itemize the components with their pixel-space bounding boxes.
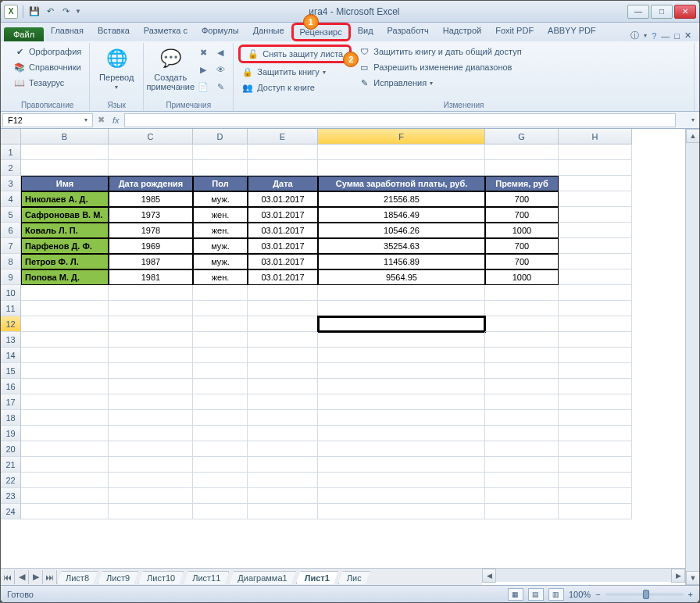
row-header-12[interactable]: 12 [1, 316, 21, 332]
cell-D23[interactable] [193, 488, 248, 504]
cell-H22[interactable] [559, 473, 632, 488]
formula-input[interactable] [124, 113, 676, 127]
fx-icon[interactable]: fx [108, 116, 124, 125]
scroll-up-icon[interactable]: ▲ [686, 129, 699, 143]
cell-F10[interactable] [318, 285, 485, 301]
cell-E3[interactable]: Дата [248, 176, 318, 191]
research-button[interactable]: 📚Справочники [10, 60, 84, 74]
cell-B24[interactable] [21, 504, 109, 519]
row-header-9[interactable]: 9 [1, 269, 21, 285]
ribbon-tab-5[interactable]: Рецензирс1 [291, 23, 351, 41]
row-header-13[interactable]: 13 [1, 332, 21, 348]
cell-G2[interactable] [485, 160, 559, 176]
cell-B12[interactable] [21, 316, 109, 332]
row-header-18[interactable]: 18 [1, 410, 21, 426]
select-all-corner[interactable] [1, 129, 21, 145]
cell-C16[interactable] [109, 379, 193, 394]
row-header-16[interactable]: 16 [1, 379, 21, 394]
excel-logo-icon[interactable]: X [4, 5, 18, 19]
unprotect-sheet-button[interactable]: 🔓Снять защиту листа 2 [238, 45, 352, 63]
col-header-C[interactable]: C [109, 129, 193, 145]
cell-B16[interactable] [21, 379, 109, 394]
cell-F16[interactable] [318, 379, 485, 394]
cell-G16[interactable] [485, 379, 559, 394]
cell-C8[interactable]: 1987 [109, 254, 193, 269]
doc-restore-button[interactable]: □ [674, 31, 680, 41]
cell-C14[interactable] [109, 348, 193, 363]
cell-C19[interactable] [109, 426, 193, 441]
cell-H16[interactable] [559, 379, 632, 394]
track-changes-button[interactable]: ✎Исправления▾ [355, 76, 524, 90]
cell-G5[interactable]: 700 [485, 207, 559, 223]
translate-button[interactable]: 🌐 Перевод▾ [95, 45, 138, 92]
row-header-17[interactable]: 17 [1, 394, 21, 410]
sheet-tab-2[interactable]: Лист10 [138, 571, 184, 584]
row-header-24[interactable]: 24 [1, 504, 21, 519]
ribbon-tab-0[interactable]: Главная [44, 23, 91, 41]
ribbon-tab-8[interactable]: Надстрой [436, 23, 488, 41]
cell-H1[interactable] [559, 145, 632, 160]
cell-E12[interactable] [248, 316, 318, 332]
cell-F6[interactable]: 10546.26 [318, 223, 485, 238]
scroll-right-icon[interactable]: ▶ [671, 569, 685, 583]
cell-D2[interactable] [193, 160, 248, 176]
cell-B4[interactable]: Николаев А. Д. [21, 191, 109, 207]
cell-H4[interactable] [559, 191, 632, 207]
cell-C1[interactable] [109, 145, 193, 160]
cell-F21[interactable] [318, 457, 485, 473]
ribbon-tab-10[interactable]: ABBYY PDF [541, 23, 603, 41]
cell-H12[interactable] [559, 316, 632, 332]
cell-G14[interactable] [485, 348, 559, 363]
cell-F9[interactable]: 9564.95 [318, 269, 485, 285]
vertical-scrollbar[interactable]: ▲ ▼ [685, 129, 699, 585]
cell-H7[interactable] [559, 238, 632, 254]
col-header-D[interactable]: D [193, 129, 248, 145]
cell-D16[interactable] [193, 379, 248, 394]
cell-B6[interactable]: Коваль Л. П. [21, 223, 109, 238]
save-icon[interactable]: 💾 [28, 5, 41, 18]
cell-F3[interactable]: Сумма заработной платы, руб. [318, 176, 485, 191]
row-header-22[interactable]: 22 [1, 473, 21, 488]
cell-C17[interactable] [109, 394, 193, 410]
cell-G15[interactable] [485, 363, 559, 379]
cell-B15[interactable] [21, 363, 109, 379]
cell-F7[interactable]: 35254.63 [318, 238, 485, 254]
cell-F1[interactable] [318, 145, 485, 160]
cell-H15[interactable] [559, 363, 632, 379]
cell-E22[interactable] [248, 473, 318, 488]
cell-G7[interactable]: 700 [485, 238, 559, 254]
file-tab[interactable]: Файл [4, 27, 44, 41]
cell-D22[interactable] [193, 473, 248, 488]
cell-G20[interactable] [485, 441, 559, 457]
cell-B7[interactable]: Парфенов Д. Ф. [21, 238, 109, 254]
cell-H18[interactable] [559, 410, 632, 426]
cell-H14[interactable] [559, 348, 632, 363]
cell-B19[interactable] [21, 426, 109, 441]
col-header-F[interactable]: F [318, 129, 485, 145]
cell-B2[interactable] [21, 160, 109, 176]
spelling-button[interactable]: ✔Орфография [10, 45, 84, 59]
cell-D7[interactable]: муж. [193, 238, 248, 254]
cell-D9[interactable]: жен. [193, 269, 248, 285]
row-header-3[interactable]: 3 [1, 176, 21, 191]
normal-view-icon[interactable]: ▦ [508, 588, 523, 601]
row-header-14[interactable]: 14 [1, 348, 21, 363]
row-header-5[interactable]: 5 [1, 207, 21, 223]
cell-G21[interactable] [485, 457, 559, 473]
row-header-4[interactable]: 4 [1, 191, 21, 207]
cell-E23[interactable] [248, 488, 318, 504]
cell-H8[interactable] [559, 254, 632, 269]
cell-G4[interactable]: 700 [485, 191, 559, 207]
doc-minimize-button[interactable]: — [661, 31, 670, 41]
ribbon-tab-3[interactable]: Формулы [195, 23, 246, 41]
ink-icon[interactable]: ✎ [212, 79, 228, 95]
cell-C13[interactable] [109, 332, 193, 348]
cell-C22[interactable] [109, 473, 193, 488]
cell-F20[interactable] [318, 441, 485, 457]
cell-D3[interactable]: Пол [193, 176, 248, 191]
cell-B20[interactable] [21, 441, 109, 457]
cell-C23[interactable] [109, 488, 193, 504]
cell-F13[interactable] [318, 332, 485, 348]
cell-G22[interactable] [485, 473, 559, 488]
cell-E6[interactable]: 03.01.2017 [248, 223, 318, 238]
